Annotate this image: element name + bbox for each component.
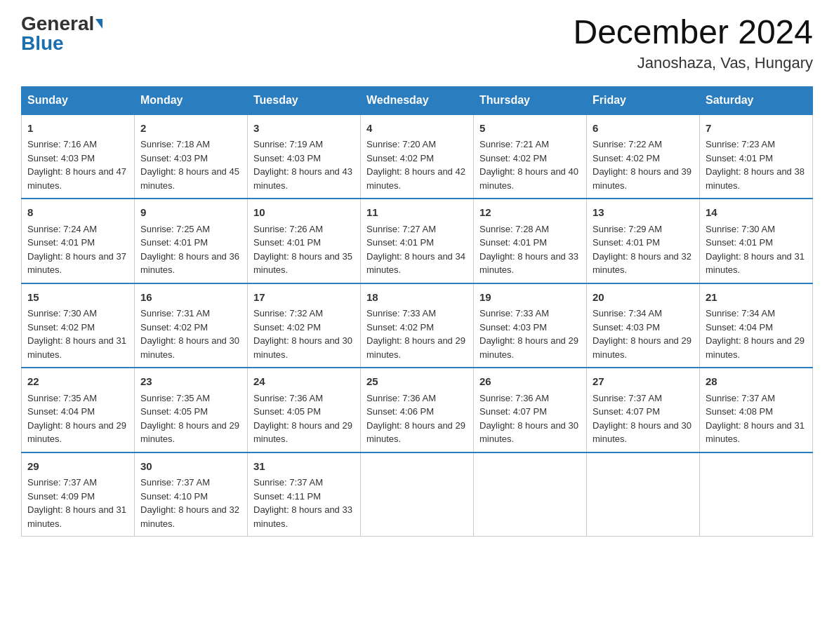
logo: General Blue bbox=[21, 14, 102, 53]
day-cell: 23Sunrise: 7:35 AMSunset: 4:05 PMDayligh… bbox=[135, 368, 248, 452]
day-cell bbox=[700, 452, 813, 537]
day-number: 29 bbox=[27, 459, 128, 475]
day-cell: 2Sunrise: 7:18 AMSunset: 4:03 PMDaylight… bbox=[135, 114, 248, 199]
location-subtitle: Janoshaza, Vas, Hungary bbox=[573, 54, 813, 72]
day-number: 8 bbox=[27, 205, 128, 221]
col-header-wednesday: Wednesday bbox=[361, 86, 474, 114]
day-info: Sunrise: 7:28 AMSunset: 4:01 PMDaylight:… bbox=[479, 224, 578, 276]
day-cell: 5Sunrise: 7:21 AMSunset: 4:02 PMDaylight… bbox=[474, 114, 587, 199]
day-info: Sunrise: 7:36 AMSunset: 4:05 PMDaylight:… bbox=[253, 393, 352, 445]
title-block: December 2024 Janoshaza, Vas, Hungary bbox=[573, 14, 813, 72]
day-info: Sunrise: 7:35 AMSunset: 4:05 PMDaylight:… bbox=[140, 393, 239, 445]
day-number: 23 bbox=[140, 374, 241, 390]
day-info: Sunrise: 7:22 AMSunset: 4:02 PMDaylight:… bbox=[593, 139, 691, 191]
day-number: 12 bbox=[479, 205, 581, 221]
day-cell: 18Sunrise: 7:33 AMSunset: 4:02 PMDayligh… bbox=[361, 283, 474, 368]
day-number: 11 bbox=[366, 205, 468, 221]
day-number: 4 bbox=[366, 121, 468, 137]
week-row-1: 1Sunrise: 7:16 AMSunset: 4:03 PMDaylight… bbox=[22, 114, 813, 199]
day-info: Sunrise: 7:34 AMSunset: 4:04 PMDaylight:… bbox=[706, 308, 805, 360]
day-cell: 9Sunrise: 7:25 AMSunset: 4:01 PMDaylight… bbox=[135, 199, 248, 283]
day-info: Sunrise: 7:19 AMSunset: 4:03 PMDaylight:… bbox=[253, 139, 352, 191]
day-cell: 8Sunrise: 7:24 AMSunset: 4:01 PMDaylight… bbox=[22, 199, 135, 283]
day-info: Sunrise: 7:30 AMSunset: 4:01 PMDaylight:… bbox=[706, 224, 805, 276]
day-cell: 10Sunrise: 7:26 AMSunset: 4:01 PMDayligh… bbox=[248, 199, 361, 283]
day-cell: 31Sunrise: 7:37 AMSunset: 4:11 PMDayligh… bbox=[248, 452, 361, 537]
day-number: 26 bbox=[479, 374, 581, 390]
day-number: 21 bbox=[706, 290, 807, 306]
day-number: 10 bbox=[253, 205, 355, 221]
day-info: Sunrise: 7:34 AMSunset: 4:03 PMDaylight:… bbox=[593, 308, 691, 360]
day-info: Sunrise: 7:35 AMSunset: 4:04 PMDaylight:… bbox=[27, 393, 126, 445]
day-cell: 3Sunrise: 7:19 AMSunset: 4:03 PMDaylight… bbox=[248, 114, 361, 199]
day-info: Sunrise: 7:27 AMSunset: 4:01 PMDaylight:… bbox=[366, 224, 465, 276]
month-title: December 2024 bbox=[573, 14, 813, 51]
day-info: Sunrise: 7:36 AMSunset: 4:07 PMDaylight:… bbox=[479, 393, 578, 445]
col-header-thursday: Thursday bbox=[474, 86, 587, 114]
col-header-friday: Friday bbox=[587, 86, 700, 114]
day-number: 17 bbox=[253, 290, 355, 306]
calendar-header-row: SundayMondayTuesdayWednesdayThursdayFrid… bbox=[22, 86, 813, 114]
day-number: 6 bbox=[593, 121, 694, 137]
day-cell: 13Sunrise: 7:29 AMSunset: 4:01 PMDayligh… bbox=[587, 199, 700, 283]
day-cell: 24Sunrise: 7:36 AMSunset: 4:05 PMDayligh… bbox=[248, 368, 361, 452]
day-info: Sunrise: 7:30 AMSunset: 4:02 PMDaylight:… bbox=[27, 308, 126, 360]
day-info: Sunrise: 7:33 AMSunset: 4:03 PMDaylight:… bbox=[479, 308, 578, 360]
day-number: 20 bbox=[593, 290, 694, 306]
day-cell: 4Sunrise: 7:20 AMSunset: 4:02 PMDaylight… bbox=[361, 114, 474, 199]
day-cell: 1Sunrise: 7:16 AMSunset: 4:03 PMDaylight… bbox=[22, 114, 135, 199]
day-cell: 25Sunrise: 7:36 AMSunset: 4:06 PMDayligh… bbox=[361, 368, 474, 452]
day-number: 13 bbox=[593, 205, 694, 221]
day-cell: 6Sunrise: 7:22 AMSunset: 4:02 PMDaylight… bbox=[587, 114, 700, 199]
day-cell: 16Sunrise: 7:31 AMSunset: 4:02 PMDayligh… bbox=[135, 283, 248, 368]
logo-general: General bbox=[21, 14, 94, 34]
calendar-table: SundayMondayTuesdayWednesdayThursdayFrid… bbox=[21, 86, 813, 537]
day-info: Sunrise: 7:37 AMSunset: 4:08 PMDaylight:… bbox=[706, 393, 805, 445]
day-info: Sunrise: 7:32 AMSunset: 4:02 PMDaylight:… bbox=[253, 308, 352, 360]
day-info: Sunrise: 7:37 AMSunset: 4:07 PMDaylight:… bbox=[593, 393, 691, 445]
week-row-4: 22Sunrise: 7:35 AMSunset: 4:04 PMDayligh… bbox=[22, 368, 813, 452]
day-info: Sunrise: 7:26 AMSunset: 4:01 PMDaylight:… bbox=[253, 224, 352, 276]
day-cell bbox=[587, 452, 700, 537]
day-number: 19 bbox=[479, 290, 581, 306]
day-cell: 11Sunrise: 7:27 AMSunset: 4:01 PMDayligh… bbox=[361, 199, 474, 283]
day-cell: 27Sunrise: 7:37 AMSunset: 4:07 PMDayligh… bbox=[587, 368, 700, 452]
day-number: 24 bbox=[253, 374, 355, 390]
day-cell: 28Sunrise: 7:37 AMSunset: 4:08 PMDayligh… bbox=[700, 368, 813, 452]
col-header-monday: Monday bbox=[135, 86, 248, 114]
col-header-saturday: Saturday bbox=[700, 86, 813, 114]
day-number: 31 bbox=[253, 459, 355, 475]
day-info: Sunrise: 7:37 AMSunset: 4:10 PMDaylight:… bbox=[140, 477, 239, 529]
day-info: Sunrise: 7:18 AMSunset: 4:03 PMDaylight:… bbox=[140, 139, 239, 191]
week-row-3: 15Sunrise: 7:30 AMSunset: 4:02 PMDayligh… bbox=[22, 283, 813, 368]
day-cell: 30Sunrise: 7:37 AMSunset: 4:10 PMDayligh… bbox=[135, 452, 248, 537]
day-cell: 14Sunrise: 7:30 AMSunset: 4:01 PMDayligh… bbox=[700, 199, 813, 283]
day-info: Sunrise: 7:23 AMSunset: 4:01 PMDaylight:… bbox=[706, 139, 805, 191]
day-number: 28 bbox=[706, 374, 807, 390]
day-info: Sunrise: 7:37 AMSunset: 4:11 PMDaylight:… bbox=[253, 477, 352, 529]
week-row-5: 29Sunrise: 7:37 AMSunset: 4:09 PMDayligh… bbox=[22, 452, 813, 537]
day-number: 22 bbox=[27, 374, 128, 390]
page-header: General Blue December 2024 Janoshaza, Va… bbox=[21, 14, 813, 72]
day-info: Sunrise: 7:20 AMSunset: 4:02 PMDaylight:… bbox=[366, 139, 465, 191]
day-number: 5 bbox=[479, 121, 581, 137]
day-number: 15 bbox=[27, 290, 128, 306]
logo-blue: Blue bbox=[21, 34, 64, 53]
day-info: Sunrise: 7:25 AMSunset: 4:01 PMDaylight:… bbox=[140, 224, 239, 276]
day-cell: 29Sunrise: 7:37 AMSunset: 4:09 PMDayligh… bbox=[22, 452, 135, 537]
day-info: Sunrise: 7:33 AMSunset: 4:02 PMDaylight:… bbox=[366, 308, 465, 360]
day-number: 27 bbox=[593, 374, 694, 390]
day-cell: 17Sunrise: 7:32 AMSunset: 4:02 PMDayligh… bbox=[248, 283, 361, 368]
logo-arrow-icon bbox=[95, 19, 102, 29]
day-cell: 26Sunrise: 7:36 AMSunset: 4:07 PMDayligh… bbox=[474, 368, 587, 452]
day-number: 14 bbox=[706, 205, 807, 221]
day-cell: 20Sunrise: 7:34 AMSunset: 4:03 PMDayligh… bbox=[587, 283, 700, 368]
day-number: 3 bbox=[253, 121, 355, 137]
col-header-sunday: Sunday bbox=[22, 86, 135, 114]
day-cell: 21Sunrise: 7:34 AMSunset: 4:04 PMDayligh… bbox=[700, 283, 813, 368]
day-cell: 12Sunrise: 7:28 AMSunset: 4:01 PMDayligh… bbox=[474, 199, 587, 283]
day-cell: 15Sunrise: 7:30 AMSunset: 4:02 PMDayligh… bbox=[22, 283, 135, 368]
day-info: Sunrise: 7:16 AMSunset: 4:03 PMDaylight:… bbox=[27, 139, 126, 191]
day-number: 18 bbox=[366, 290, 468, 306]
day-cell bbox=[361, 452, 474, 537]
